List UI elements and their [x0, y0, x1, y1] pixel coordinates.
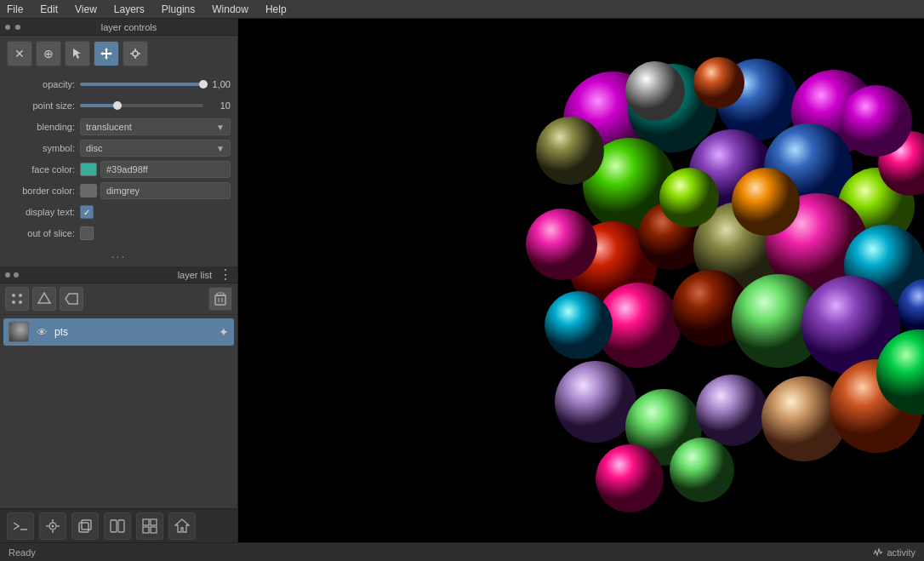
blending-label: blending:: [7, 122, 75, 132]
face-color-label: face color:: [7, 164, 75, 175]
border-color-swatch[interactable]: [80, 184, 97, 197]
statusbar-activity[interactable]: activity: [873, 547, 915, 558]
layer-visibility-icon[interactable]: 👁: [34, 324, 49, 340]
list-header-dot2: [14, 272, 19, 278]
svg-point-8: [12, 301, 15, 304]
blending-dropdown[interactable]: translucent ▼: [80, 118, 231, 135]
svg-rect-24: [79, 523, 88, 532]
statusbar: Ready activity: [0, 542, 924, 561]
main-area: layer controls ✕ ⊕: [0, 19, 924, 542]
split-button[interactable]: [104, 512, 131, 540]
header-dot1: [5, 25, 10, 30]
controls-toolbar: ✕ ⊕: [0, 36, 237, 72]
transform-button[interactable]: [123, 41, 148, 66]
svg-marker-10: [38, 293, 50, 303]
layer-list-menu-icon[interactable]: ⋮: [219, 266, 232, 283]
menu-window[interactable]: Window: [208, 2, 252, 17]
svg-point-51: [526, 209, 597, 280]
terminal-button[interactable]: [7, 512, 34, 540]
labels-tool-button[interactable]: [60, 287, 83, 311]
svg-point-63: [659, 168, 719, 227]
layer-thumbnail: [9, 322, 29, 342]
svg-rect-29: [151, 519, 157, 525]
select-button[interactable]: [65, 41, 90, 66]
svg-point-67: [841, 85, 912, 157]
canvas-area[interactable]: [238, 19, 924, 542]
menu-help[interactable]: Help: [262, 2, 290, 17]
layer-options-icon[interactable]: ✦: [219, 325, 229, 339]
svg-point-6: [12, 294, 15, 297]
move-button[interactable]: [94, 41, 119, 66]
layer-item[interactable]: 👁 pts ✦: [3, 318, 234, 346]
out-of-slice-checkbox[interactable]: [80, 226, 94, 240]
svg-point-7: [19, 294, 22, 297]
layer-list-header: layer list ⋮: [0, 266, 237, 283]
menu-view[interactable]: View: [71, 2, 100, 17]
menu-layers[interactable]: Layers: [111, 2, 148, 17]
display-text-label: display text:: [7, 207, 75, 217]
3d-button[interactable]: [71, 512, 99, 540]
symbol-value: disc: [86, 143, 103, 153]
border-color-text[interactable]: dimgrey: [100, 182, 231, 199]
symbol-dropdown[interactable]: disc ▼: [80, 140, 231, 157]
svg-point-61: [596, 444, 664, 512]
symbol-row: symbol: disc ▼: [7, 139, 231, 157]
header-dot2: [15, 25, 20, 30]
svg-point-39: [693, 57, 744, 108]
layer-list-section: layer list ⋮: [0, 266, 237, 508]
border-color-row: border color: dimgrey: [7, 181, 231, 200]
out-of-slice-label: out of slice:: [7, 228, 75, 238]
svg-point-9: [19, 301, 22, 304]
opacity-label: opacity:: [7, 79, 75, 89]
opacity-value: 1,00: [207, 79, 231, 89]
opacity-slider[interactable]: [80, 83, 203, 86]
symbol-label: symbol:: [7, 143, 75, 153]
close-button[interactable]: ✕: [7, 41, 32, 66]
properties-grid: opacity: 1,00 point size:: [0, 72, 237, 246]
display-text-row: display text: ✓: [7, 203, 231, 221]
svg-rect-31: [151, 527, 157, 533]
blending-row: blending: translucent ▼: [7, 117, 231, 136]
dots-separator: ···: [0, 246, 237, 266]
visualization: [238, 19, 924, 542]
activity-icon: [873, 547, 883, 558]
svg-point-58: [696, 375, 767, 446]
blending-arrow-icon: ▼: [216, 123, 225, 132]
opacity-control: 1,00: [80, 79, 231, 89]
svg-marker-32: [175, 519, 189, 532]
display-text-checkbox[interactable]: ✓: [80, 205, 94, 219]
display-text-control: ✓: [80, 205, 231, 219]
svg-rect-26: [111, 520, 117, 532]
point-size-label: point size:: [7, 100, 75, 111]
svg-rect-30: [143, 527, 149, 533]
face-color-swatch[interactable]: [80, 163, 97, 176]
point-size-row: point size: 10: [7, 96, 231, 115]
delete-layer-button[interactable]: [208, 287, 232, 311]
symbol-arrow-icon: ▼: [216, 144, 225, 153]
bottom-toolbar: [0, 508, 237, 542]
svg-rect-28: [143, 519, 149, 525]
face-color-text[interactable]: #39ad98ff: [100, 161, 231, 178]
svg-rect-12: [215, 295, 225, 305]
home-button[interactable]: [168, 512, 196, 540]
blending-control: translucent ▼: [80, 118, 231, 135]
shapes-tool-button[interactable]: [32, 287, 56, 311]
point-size-control: 10: [80, 100, 231, 111]
svg-point-19: [52, 524, 54, 527]
point-size-value: 10: [207, 100, 231, 111]
face-color-row: face color: #39ad98ff: [7, 160, 231, 179]
menu-file[interactable]: File: [3, 2, 26, 17]
svg-point-1: [133, 51, 138, 56]
points-tool-button[interactable]: [5, 287, 29, 311]
grid-button[interactable]: [136, 512, 163, 540]
menu-edit[interactable]: Edit: [37, 2, 61, 17]
layer-controls-title: layer controls: [26, 22, 232, 32]
add-button[interactable]: ⊕: [36, 41, 61, 66]
layer-controls-header: layer controls: [0, 19, 237, 36]
svg-point-38: [625, 61, 685, 121]
layer-list-title: layer list: [22, 270, 212, 280]
out-of-slice-row: out of slice:: [7, 224, 231, 243]
preferences-button[interactable]: [39, 512, 66, 540]
point-size-slider[interactable]: [80, 104, 203, 107]
menu-plugins[interactable]: Plugins: [158, 2, 198, 17]
